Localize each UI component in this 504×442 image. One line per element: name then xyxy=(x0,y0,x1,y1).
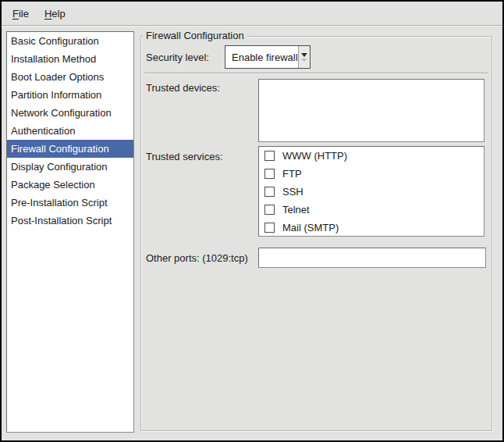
service-row-mail-smtp[interactable]: Mail (SMTP) xyxy=(259,219,484,237)
trusted-devices-list[interactable] xyxy=(258,79,484,142)
checkbox-unchecked-icon[interactable] xyxy=(264,223,275,233)
sidebar-item-post-installation-script[interactable]: Post-Installation Script xyxy=(7,212,133,230)
trusted-devices-label: Trusted devices: xyxy=(146,82,220,94)
main-content: Basic Configuration Installation Method … xyxy=(2,26,502,440)
firewall-configuration-frame: Firewall Configuration Security level: E… xyxy=(140,36,492,431)
horizontal-separator xyxy=(144,73,488,74)
dropdown-arrow-icon xyxy=(298,46,310,68)
checkbox-unchecked-icon[interactable] xyxy=(264,205,275,215)
kickstart-configurator-window: File Help Basic Configuration Installati… xyxy=(0,0,504,442)
sidebar-item-display-configuration[interactable]: Display Configuration xyxy=(7,158,133,176)
menu-help-label: elp xyxy=(51,8,65,20)
security-level-dropdown[interactable]: Enable firewall xyxy=(225,45,311,69)
service-row-www-http[interactable]: WWW (HTTP) xyxy=(259,147,484,165)
sidebar-item-authentication[interactable]: Authentication xyxy=(7,122,133,140)
service-label: FTP xyxy=(282,168,302,180)
service-label: Mail (SMTP) xyxy=(282,222,339,233)
menu-help-mnemonic: H xyxy=(44,8,51,20)
other-ports-input[interactable] xyxy=(258,248,486,268)
security-level-label: Security level: xyxy=(146,52,209,63)
sidebar-item-pre-installation-script[interactable]: Pre-Installation Script xyxy=(7,194,133,212)
other-ports-row: Other ports: (1029:tcp) xyxy=(146,248,248,268)
checkbox-unchecked-icon[interactable] xyxy=(264,169,275,179)
trusted-services-label: Trusted services: xyxy=(146,151,223,162)
security-level-row: Security level: xyxy=(146,45,209,69)
section-list: Basic Configuration Installation Method … xyxy=(6,31,134,433)
menu-file-mnemonic: F xyxy=(12,8,19,20)
sidebar-item-firewall-configuration[interactable]: Firewall Configuration xyxy=(7,140,133,158)
service-label: WWW (HTTP) xyxy=(282,150,347,162)
security-level-value: Enable firewall xyxy=(225,46,298,68)
sidebar-item-network-configuration[interactable]: Network Configuration xyxy=(7,104,133,122)
sidebar-item-installation-method[interactable]: Installation Method xyxy=(7,50,133,68)
frame-title: Firewall Configuration xyxy=(143,30,247,41)
checkbox-unchecked-icon[interactable] xyxy=(264,151,275,161)
sidebar-item-basic-configuration[interactable]: Basic Configuration xyxy=(7,32,133,50)
service-row-telnet[interactable]: Telnet xyxy=(259,201,484,219)
checkbox-unchecked-icon[interactable] xyxy=(264,187,275,197)
other-ports-label: Other ports: (1029:tcp) xyxy=(146,252,248,264)
menu-bar: File Help xyxy=(2,2,502,26)
menu-file-label: ile xyxy=(19,8,29,20)
service-row-ftp[interactable]: FTP xyxy=(259,165,484,183)
trusted-services-list: WWW (HTTP) FTP SSH Telnet Mail (SMTP) xyxy=(258,146,484,237)
service-row-ssh[interactable]: SSH xyxy=(259,183,484,201)
menu-file[interactable]: File xyxy=(5,2,37,25)
menu-help[interactable]: Help xyxy=(37,2,73,25)
service-label: Telnet xyxy=(282,204,310,216)
service-label: SSH xyxy=(282,186,303,198)
sidebar-item-package-selection[interactable]: Package Selection xyxy=(7,176,133,194)
sidebar-item-boot-loader-options[interactable]: Boot Loader Options xyxy=(7,68,133,86)
sidebar-item-partition-information[interactable]: Partition Information xyxy=(7,86,133,104)
